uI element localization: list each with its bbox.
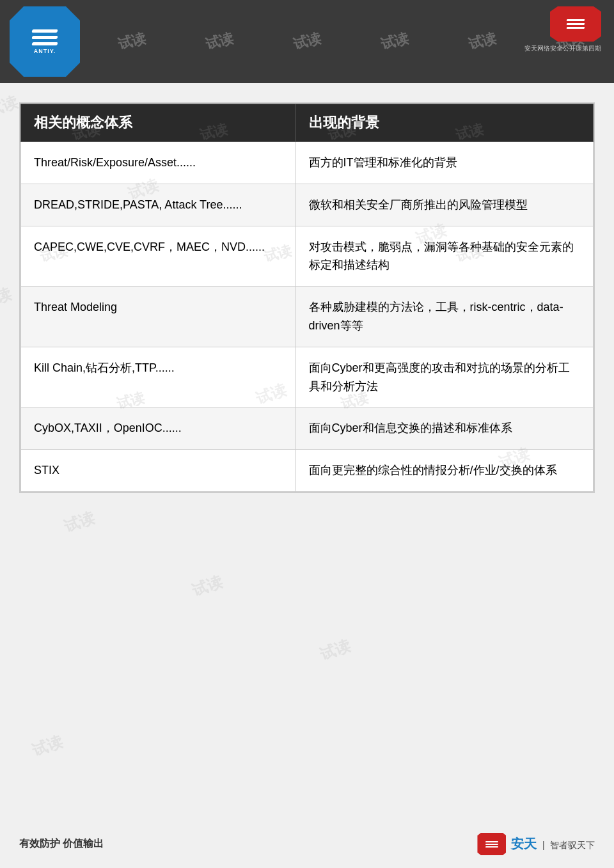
footer-brand-divider: | <box>542 840 545 850</box>
footer: 有效防护 价值输出 安天 | 智者驭天下 <box>19 833 595 855</box>
table-row: Kill Chain,钻石分析,TTP......面向Cyber和更高强度的攻击… <box>21 347 594 407</box>
table-row: Threat/Risk/Exposure/Asset......西方的IT管理和… <box>21 142 594 184</box>
logo-label: ANTIY. <box>34 48 56 54</box>
footer-brand-sub: 智者驭天下 <box>550 840 595 850</box>
logo-line-2 <box>31 36 58 39</box>
header-wm-6: 试读 <box>466 29 498 54</box>
watermark-6: 试读 <box>317 635 353 665</box>
antiy-logo: ANTIY. <box>10 6 80 77</box>
watermark-7: 试读 <box>29 731 65 761</box>
logo-line-3 <box>31 42 58 45</box>
header: ANTIY. 试读 试读 试读 试读 试读 试读 试读 安天网络安全公开课第四期 <box>0 0 614 83</box>
header-right-subtext: 安天网络安全公开课第四期 <box>524 44 601 53</box>
header-wm-2: 试读 <box>116 29 148 54</box>
col1-header: 相关的概念体系 <box>21 104 296 142</box>
table-row: STIX面向更完整的综合性的情报分析/作业/交换的体系 <box>21 450 594 492</box>
watermark-1: 试读 <box>0 91 20 121</box>
table-cell-right-2: 对攻击模式，脆弱点，漏洞等各种基础的安全元素的标定和描述结构 <box>295 226 593 287</box>
table-cell-right-5: 面向Cyber和信息交换的描述和标准体系 <box>295 407 593 450</box>
table-cell-left-5: CybOX,TAXII，OpenIOC...... <box>21 407 296 450</box>
table-cell-left-1: DREAD,STRIDE,PASTA, Attack Tree...... <box>21 184 296 226</box>
header-right-logo: 安天网络安全公开课第四期 <box>524 6 601 53</box>
header-wm-4: 试读 <box>291 29 323 54</box>
table-row: DREAD,STRIDE,PASTA, Attack Tree......微软和… <box>21 184 594 226</box>
watermark-10: 试读 <box>189 571 225 601</box>
table-cell-left-4: Kill Chain,钻石分析,TTP...... <box>21 347 296 407</box>
antiy-right-emblem <box>550 6 601 42</box>
table-cell-left-0: Threat/Risk/Exposure/Asset...... <box>21 142 296 184</box>
table-row: CybOX,TAXII，OpenIOC......面向Cyber和信息交换的描述… <box>21 407 594 450</box>
table-header-row: 相关的概念体系 出现的背景 <box>21 104 594 142</box>
table-cell-right-6: 面向更完整的综合性的情报分析/作业/交换的体系 <box>295 450 593 492</box>
table-cell-left-2: CAPEC,CWE,CVE,CVRF，MAEC，NVD...... <box>21 226 296 287</box>
col2-header: 出现的背景 <box>295 104 593 142</box>
footer-tagline: 有效防护 价值输出 <box>19 837 104 851</box>
logo-line-1 <box>31 29 58 33</box>
footer-brand-main: 安天 <box>511 837 537 851</box>
header-wm-3: 试读 <box>203 29 235 54</box>
footer-brand: 安天 | 智者驭天下 <box>477 833 595 855</box>
logo-lines <box>32 29 58 45</box>
footer-logo-emblem <box>477 833 506 855</box>
main-content: 试读 试读 试读 试读 试读 试读 试读 试读 试读 试读 试读 试读 相关的概… <box>19 102 595 493</box>
table-row: CAPEC,CWE,CVE,CVRF，MAEC，NVD......对攻击模式，脆… <box>21 226 594 287</box>
table-cell-right-0: 西方的IT管理和标准化的背景 <box>295 142 593 184</box>
table-cell-right-4: 面向Cyber和更高强度的攻击和对抗的场景的分析工具和分析方法 <box>295 347 593 407</box>
table-cell-right-1: 微软和相关安全厂商所推出的风险管理模型 <box>295 184 593 226</box>
watermark-3: 试读 <box>0 283 14 313</box>
table-cell-left-6: STIX <box>21 450 296 492</box>
header-wm-5: 试读 <box>379 29 411 54</box>
table-cell-left-3: Threat Modeling <box>21 287 296 347</box>
watermark-5: 试读 <box>61 507 97 537</box>
content-table: 相关的概念体系 出现的背景 Threat/Risk/Exposure/Asset… <box>20 104 594 492</box>
table-cell-right-3: 各种威胁建模的方法论，工具，risk-centric，data-driven等等 <box>295 287 593 347</box>
footer-brand-text: 安天 | 智者驭天下 <box>511 835 595 853</box>
table-row: Threat Modeling各种威胁建模的方法论，工具，risk-centri… <box>21 287 594 347</box>
header-watermarks: 试读 试读 试读 试读 试读 试读 试读 <box>0 0 614 83</box>
